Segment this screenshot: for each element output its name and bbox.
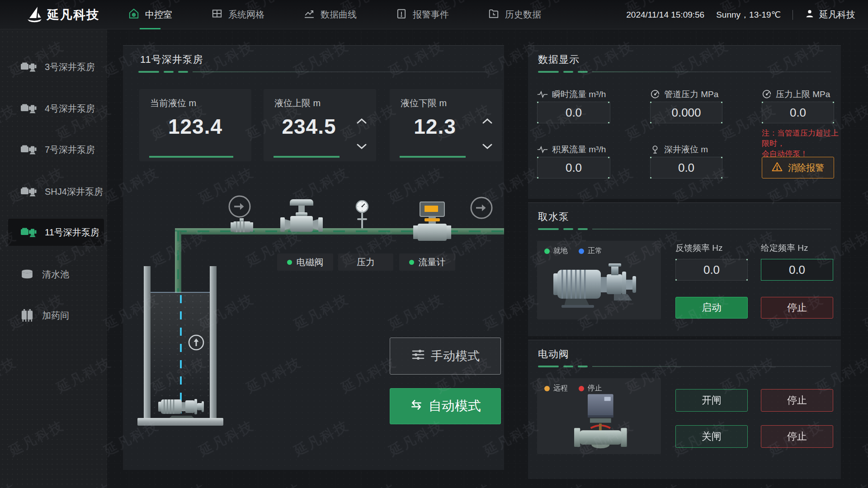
clear-alarm-label: 消除报警 [788,162,824,174]
sliders-icon [411,348,425,364]
nav-item-history-data[interactable]: 历史数据 [488,0,541,29]
flow-up-icon [188,334,205,351]
card-current-level: 当前液位 m 123.4 [139,89,251,161]
well-pump-graphic [158,395,204,420]
home-icon [128,8,140,22]
flow-direction-icon [227,194,252,219]
diag-label-text: 压力 [357,256,375,268]
logo-text: 延凡科技 [47,7,99,23]
manual-mode-label: 手动模式 [431,348,480,364]
top-bar: 延凡科技 中控室 系统网格 [0,0,868,29]
nav-item-alarm-events[interactable]: 报警事件 [396,0,449,29]
valve-close-button[interactable]: 关闸 [675,425,748,448]
status-normal: 正常 [579,246,602,256]
panel-title: 取水泵 [538,210,569,224]
chevron-down-icon[interactable] [354,141,370,152]
status-dot [579,386,584,391]
label-pressure: 压力 [338,253,393,271]
pump-image [551,260,647,315]
nav-item-data-curves[interactable]: 数据曲线 [303,0,357,29]
alarm-icon [396,8,407,22]
sidebar-item-clear-pool[interactable]: 清水池 [0,262,107,287]
value-pipe-pressure: 0.000 [650,102,722,123]
title-underline [138,71,489,73]
nav-item-system-grid[interactable]: 系统网格 [211,0,264,29]
field-label-feedback-freq: 反馈频率 Hz [675,243,723,253]
metric-label-inst-flow: 瞬时流量 m³/h [537,89,606,100]
pump-icon [20,60,37,74]
diag-label-text: 电磁阀 [297,256,324,268]
gauge-icon [650,89,660,99]
pump-start-button[interactable]: 启动 [675,297,748,319]
valve-stop-button-1[interactable]: 停止 [761,389,833,412]
valve-stop-button-2[interactable]: 停止 [761,425,833,448]
nav-label: 报警事件 [413,9,449,21]
top-right-info: 2024/11/14 15:09:56 Sunny，13-19℃ 延凡科技 [626,0,855,29]
clear-alarm-button[interactable]: 消除报警 [762,157,834,178]
chevron-up-icon[interactable] [354,115,370,127]
label-flow-meter: 流量计 [399,253,455,271]
well-base [137,418,223,426]
metric-label-well-level: 深井液位 m [650,144,708,155]
input-set-freq[interactable]: 0.0 [761,259,833,281]
sidebar-item-label: 7号深井泵房 [45,144,95,156]
value-pressure-limit: 0.0 [762,102,834,123]
dosing-icon [20,309,34,322]
sidebar-item-pump11-selected[interactable]: 11号深井泵房 [8,219,104,246]
status-local: 就地 [544,246,568,256]
sidebar-item-shj4[interactable]: SHJ4深井泵房 [0,179,107,204]
card-level-high-limit: 液位上限 m 234.5 [264,89,376,161]
user-menu[interactable]: 延凡科技 [805,9,855,21]
nav-label: 系统网格 [228,9,264,21]
warning-icon [772,162,783,174]
wave-icon [537,89,548,99]
value-total-flow: 0.0 [537,157,610,178]
valve-image [565,392,633,452]
person-icon [805,9,815,21]
title-underline [538,228,831,230]
chevron-down-icon[interactable] [479,141,495,152]
sidebar-item-pump4[interactable]: 4号深井泵房 [0,96,107,121]
sidebar-item-label: 4号深井泵房 [45,103,95,115]
auto-mode-label: 自动模式 [429,397,481,415]
well-wall-right [210,266,217,420]
well-wall-left [144,266,151,420]
sidebar-item-dosing-room[interactable]: 加药间 [0,303,107,328]
intake-pump-panel: 取水泵 就地 正常 [528,202,841,336]
logo: 延凡科技 [25,0,99,29]
gauge-icon [762,89,772,99]
title-underline [538,71,831,73]
history-icon [488,8,500,22]
sidebar-item-label: 清水池 [42,268,69,281]
grid-icon [211,8,223,22]
status-remote: 远程 [544,384,568,393]
user-name: 延凡科技 [819,9,855,21]
sidebar-item-label: 3号深井泵房 [45,61,95,73]
status-dot [544,386,550,391]
card-accent-bar [274,156,340,158]
drop-pipe [175,231,181,293]
nav-label: 数据曲线 [321,9,357,21]
field-label-set-freq: 给定频率 Hz [761,243,808,253]
divider [793,10,793,20]
main-nav: 中控室 系统网格 数据曲线 [128,0,541,29]
flow-direction-icon [469,196,494,220]
pin-icon [650,145,660,155]
manual-valve-graphic [280,198,323,234]
pump-icon [20,185,37,198]
status-dot [579,249,584,254]
status-dot-green [409,260,414,265]
pump-stop-button[interactable]: 停止 [761,297,833,319]
sidebar-item-pump3[interactable]: 3号深井泵房 [0,54,107,80]
chevron-up-icon[interactable] [479,115,495,127]
label-solenoid-valve: 电磁阀 [277,253,333,271]
valve-open-button[interactable]: 开闸 [675,389,748,412]
auto-mode-button[interactable]: 自动模式 [390,388,501,424]
pump-icon [20,225,37,239]
sidebar-item-pump7[interactable]: 7号深井泵房 [0,137,107,162]
panel-title: 电动阀 [538,347,569,361]
curve-icon [303,8,315,22]
sidebar-item-label: 11号深井泵房 [45,226,99,239]
nav-item-control-room[interactable]: 中控室 [128,0,172,29]
manual-mode-button[interactable]: 手动模式 [390,338,501,375]
